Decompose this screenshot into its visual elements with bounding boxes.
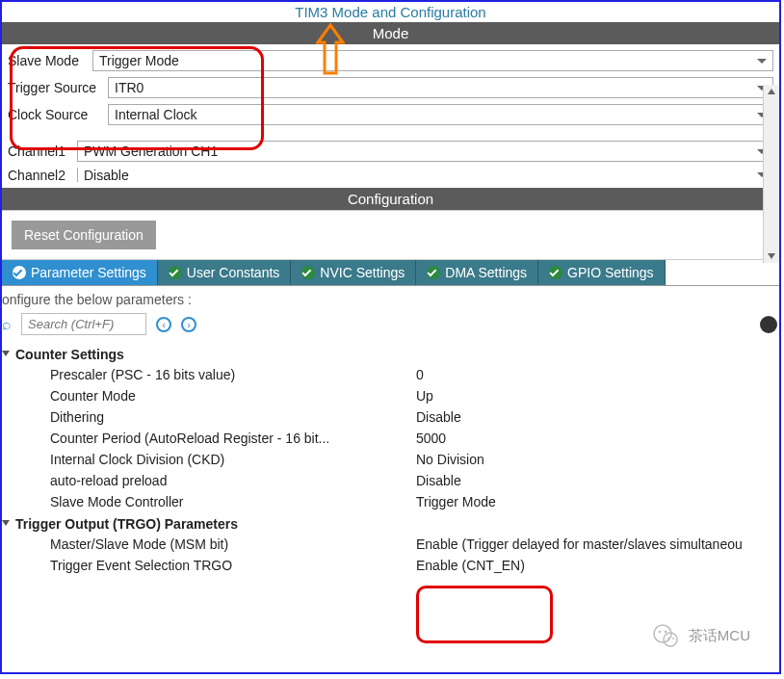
- tab-label: DMA Settings: [445, 265, 527, 280]
- wechat-icon: [652, 622, 679, 649]
- select-slave-mode[interactable]: Trigger Mode: [92, 50, 773, 71]
- select-slave-mode-value: Trigger Mode: [99, 53, 179, 68]
- select-channel1[interactable]: PWM Generation CH1: [77, 141, 773, 162]
- svg-point-2: [659, 631, 662, 634]
- check-icon: [13, 266, 26, 279]
- param-label: Dithering: [50, 409, 416, 425]
- check-icon: [301, 266, 315, 279]
- tab-label: GPIO Settings: [567, 265, 653, 280]
- select-trigger-source[interactable]: ITR0: [108, 77, 773, 98]
- svg-point-0: [654, 625, 671, 642]
- watermark: 茶话MCU: [652, 622, 750, 649]
- label-clock-source: Clock Source: [8, 107, 104, 122]
- check-icon: [169, 266, 182, 279]
- search-icon: ⌕: [2, 316, 12, 333]
- annotation-red-box: [416, 586, 553, 643]
- svg-point-3: [665, 631, 667, 634]
- tab-gpio-settings[interactable]: GPIO Settings: [538, 260, 665, 285]
- param-value: 5000: [416, 431, 446, 446]
- param-row[interactable]: Trigger Event Selection TRGO Enable (CNT…: [2, 555, 779, 576]
- param-label: Counter Period (AutoReload Register - 16…: [50, 431, 416, 446]
- param-row[interactable]: Slave Mode Controller Trigger Mode: [2, 491, 779, 512]
- select-clock-source-value: Internal Clock: [115, 107, 197, 122]
- select-clock-source[interactable]: Internal Clock: [108, 104, 773, 125]
- param-label: Internal Clock Division (CKD): [50, 452, 416, 467]
- label-channel2: Channel2: [8, 168, 73, 182]
- param-label: Prescaler (PSC - 16 bits value): [50, 367, 416, 382]
- param-label: Counter Mode: [50, 388, 416, 404]
- group-trgo-parameters[interactable]: Trigger Output (TRGO) Parameters: [2, 514, 779, 534]
- watermark-text: 茶话MCU: [689, 627, 750, 645]
- param-value: Disable: [416, 409, 461, 425]
- param-row[interactable]: Counter Mode Up: [2, 385, 779, 406]
- section-header-configuration: Configuration: [2, 188, 779, 210]
- select-channel2-value: Disable: [84, 168, 129, 182]
- label-channel1: Channel1: [8, 144, 73, 159]
- reset-configuration-button[interactable]: Reset Configuration: [12, 221, 156, 249]
- chevron-down-icon: [757, 59, 767, 64]
- scrollbar[interactable]: [763, 85, 779, 263]
- tab-label: Parameter Settings: [31, 265, 146, 280]
- search-prev-button[interactable]: ‹: [156, 317, 171, 332]
- check-icon: [549, 266, 562, 279]
- tab-dma-settings[interactable]: DMA Settings: [416, 260, 538, 285]
- param-label: Slave Mode Controller: [50, 494, 416, 509]
- param-row[interactable]: Master/Slave Mode (MSM bit) Enable (Trig…: [2, 534, 779, 555]
- group-counter-settings[interactable]: Counter Settings: [2, 345, 779, 364]
- label-slave-mode: Slave Mode: [8, 53, 89, 68]
- tab-nvic-settings[interactable]: NVIC Settings: [291, 260, 416, 285]
- tab-label: NVIC Settings: [320, 265, 405, 280]
- param-value: No Division: [416, 452, 484, 467]
- param-value: 0: [416, 367, 424, 382]
- tabs: Parameter Settings User Constants NVIC S…: [2, 259, 779, 286]
- param-value: Trigger Mode: [416, 494, 496, 509]
- svg-point-1: [664, 633, 677, 646]
- tab-label: User Constants: [187, 265, 279, 280]
- section-header-mode: Mode: [2, 22, 779, 44]
- label-trigger-source: Trigger Source: [8, 80, 104, 95]
- tab-user-constants[interactable]: User Constants: [158, 260, 291, 285]
- param-value: Disable: [416, 473, 461, 488]
- tab-parameter-settings[interactable]: Parameter Settings: [2, 260, 158, 285]
- select-channel1-value: PWM Generation CH1: [84, 144, 218, 159]
- param-label: auto-reload preload: [50, 473, 416, 488]
- param-row[interactable]: Prescaler (PSC - 16 bits value) 0: [2, 364, 779, 385]
- svg-point-5: [672, 638, 674, 640]
- param-row[interactable]: Dithering Disable: [2, 406, 779, 428]
- search-input[interactable]: [21, 313, 146, 335]
- param-row[interactable]: Counter Period (AutoReload Register - 16…: [2, 428, 779, 449]
- param-value: Up: [416, 388, 433, 404]
- select-trigger-source-value: ITR0: [115, 80, 144, 95]
- param-row[interactable]: auto-reload preload Disable: [2, 470, 779, 491]
- select-channel2[interactable]: Disable: [77, 168, 773, 182]
- svg-point-4: [667, 638, 669, 640]
- configure-description: onfigure the below parameters :: [2, 286, 779, 309]
- param-value: Enable (Trigger delayed for master/slave…: [416, 536, 743, 552]
- param-label: Trigger Event Selection TRGO: [50, 558, 416, 573]
- param-label: Master/Slave Mode (MSM bit): [50, 536, 416, 552]
- param-row[interactable]: Internal Clock Division (CKD) No Divisio…: [2, 449, 779, 470]
- search-next-button[interactable]: ›: [181, 317, 196, 332]
- page-title: TIM3 Mode and Configuration: [2, 2, 779, 22]
- collapse-all-icon[interactable]: [760, 316, 777, 333]
- param-value: Enable (CNT_EN): [416, 558, 525, 573]
- check-icon: [427, 266, 440, 279]
